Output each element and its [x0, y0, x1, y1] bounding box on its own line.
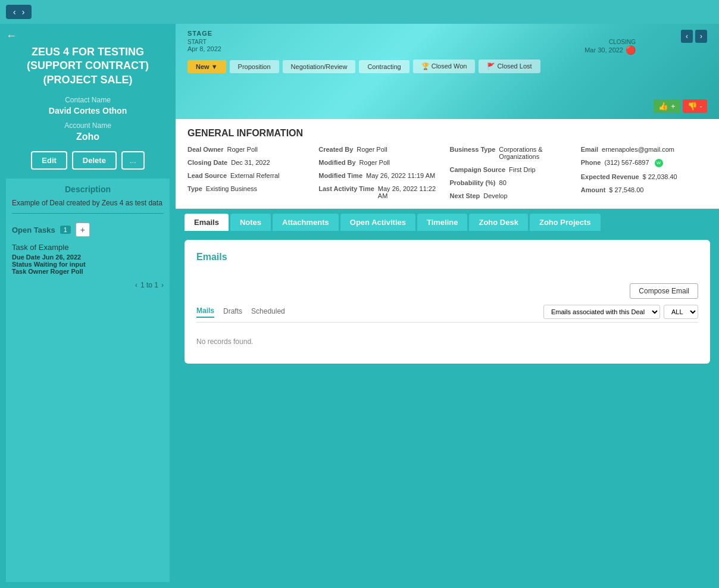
email-subtabs: Mails Drafts Scheduled Emails associated…	[196, 305, 698, 323]
stage-negotiation[interactable]: Negotiation/Review	[283, 60, 356, 73]
next-step-label: Next Step	[450, 192, 480, 199]
tab-timeline[interactable]: Timeline	[417, 214, 468, 231]
account-name: Zoho	[6, 132, 170, 142]
type-row: Type Existing Business	[187, 185, 314, 192]
stage-new[interactable]: New ▼	[187, 60, 226, 73]
amount-label: Amount	[581, 186, 606, 193]
info-col-1: Deal Owner Roger Poll Closing Date Dec 3…	[187, 146, 314, 199]
stage-progress: New ▼ Proposition Negotiation/Review Con…	[187, 60, 707, 73]
prev-nav-arrow[interactable]: ‹	[11, 7, 18, 17]
subtab-mails[interactable]: Mails	[196, 306, 214, 318]
modified-time-label: Modified Time	[318, 172, 362, 179]
type-label: Type	[187, 185, 202, 192]
email-filter: Emails associated with this Deal ALL	[543, 305, 698, 319]
stage-start: START Apr 8, 2022	[187, 39, 221, 55]
amount-row: Amount $ 27,548.00	[581, 186, 707, 193]
thumbs-down-button[interactable]: 👎 -	[683, 99, 707, 113]
task-owner-value: Roger Poll	[51, 268, 83, 275]
task-due-label: Due Date	[12, 254, 40, 261]
action-buttons: Edit Delete ...	[6, 151, 170, 170]
tab-emails[interactable]: Emails	[185, 214, 229, 231]
campaign-source-value: First Drip	[509, 166, 536, 173]
email-card-title: Emails	[196, 252, 227, 262]
tab-zoho-projects[interactable]: Zoho Projects	[530, 214, 601, 231]
amount-value: $ 27,548.00	[609, 186, 643, 193]
closing-date-label: Closing Date	[187, 159, 227, 166]
task-owner-label: Task Owner	[12, 268, 49, 275]
info-grid: Deal Owner Roger Poll Closing Date Dec 3…	[187, 146, 707, 199]
business-type-label: Business Type	[450, 146, 496, 153]
phone-label: Phone	[581, 159, 601, 166]
task-owner: Task Owner Roger Poll	[12, 268, 164, 275]
info-col-4: Email ernenapoles@gmail.com Phone (312) …	[581, 146, 707, 199]
stage-nav-prev[interactable]: ‹	[681, 30, 693, 43]
created-by-row: Created By Roger Poll	[318, 146, 445, 153]
description-title: Description	[12, 184, 164, 194]
deal-owner-row: Deal Owner Roger Poll	[187, 146, 314, 153]
next-nav-arrow[interactable]: ›	[20, 7, 27, 17]
overdue-icon: 🔴	[626, 45, 636, 55]
type-value: Existing Business	[206, 185, 257, 192]
sidebar-lower: Description Example of Deal created by Z…	[6, 179, 170, 582]
stage-label: STAGE	[187, 30, 707, 37]
task-status: Status Waiting for input	[12, 261, 164, 268]
lead-source-value: External Referral	[230, 172, 280, 179]
stage-closing-date: Mar 30, 2022 🔴	[584, 45, 636, 55]
tab-attachments[interactable]: Attachments	[273, 214, 339, 231]
expected-revenue-value: $ 22,038.40	[643, 173, 677, 180]
content-panel: Emails Compose Email Mails Drafts Schedu…	[176, 231, 719, 588]
email-all-filter[interactable]: ALL	[664, 305, 698, 319]
email-row: Email ernenapoles@gmail.com	[581, 146, 707, 153]
tabs-list: Emails Notes Attachments Open Activities…	[176, 209, 719, 231]
lead-source-row: Lead Source External Referral	[187, 172, 314, 179]
lead-source-label: Lead Source	[187, 172, 227, 179]
created-by-label: Created By	[318, 146, 353, 153]
nav-arrows[interactable]: ‹ ›	[6, 5, 32, 19]
modified-time-value: May 26, 2022 11:19 AM	[366, 172, 435, 179]
pg-prev[interactable]: ‹	[135, 281, 137, 289]
tab-notes[interactable]: Notes	[230, 214, 271, 231]
email-association-filter[interactable]: Emails associated with this Deal	[543, 305, 660, 319]
no-records-text: No records found.	[196, 331, 698, 352]
phone-row: Phone (312) 567-6897 W	[581, 159, 707, 167]
tab-open-activities[interactable]: Open Activities	[340, 214, 415, 231]
business-type-row: Business Type Corporations & Organizatio…	[450, 146, 576, 160]
general-info: GENERAL INFORMATION Deal Owner Roger Pol…	[176, 119, 719, 209]
stage-closing-label: CLOSING	[584, 39, 636, 45]
tabs-container: Emails Notes Attachments Open Activities…	[176, 209, 719, 231]
pg-text: 1 to 1	[140, 281, 158, 289]
pg-next[interactable]: ›	[161, 281, 164, 289]
stage-nav-next[interactable]: ›	[695, 30, 707, 43]
subtab-drafts[interactable]: Drafts	[223, 307, 242, 317]
last-activity-row: Last Activity Time May 26, 2022 11:22 AM	[318, 185, 445, 199]
thumbs-up-button[interactable]: 👍 +	[654, 99, 680, 113]
edit-button[interactable]: Edit	[31, 151, 67, 170]
tasks-title: Open Tasks	[12, 226, 55, 234]
stage-contracting[interactable]: Contracting	[359, 60, 409, 73]
more-button[interactable]: ...	[121, 151, 145, 170]
contact-label: Contact Name	[6, 96, 170, 104]
business-type-value: Corporations & Organizations	[499, 146, 576, 160]
stage-proposition[interactable]: Proposition	[230, 60, 279, 73]
tab-zoho-desk[interactable]: Zoho Desk	[469, 214, 527, 231]
deal-owner-label: Deal Owner	[187, 146, 224, 153]
task-due-value: Jun 26, 2022	[42, 254, 81, 261]
contact-name: David Cortes Othon	[6, 106, 170, 115]
deal-owner-value: Roger Poll	[227, 146, 258, 153]
modified-by-label: Modified By	[318, 159, 355, 166]
stage-closed-won[interactable]: 🏆 Closed Won	[413, 60, 476, 73]
stage-dates-row: START Apr 8, 2022 CLOSING Mar 30, 2022 🔴	[187, 39, 707, 55]
stage-closed-lost[interactable]: 🚩 Closed Lost	[479, 60, 540, 73]
task-name: Task of Example	[12, 243, 164, 252]
add-task-button[interactable]: +	[76, 223, 90, 237]
task-pagination: ‹ 1 to 1 ›	[12, 281, 164, 289]
compose-email-button[interactable]: Compose Email	[630, 283, 698, 299]
email-card: Emails Compose Email Mails Drafts Schedu…	[185, 240, 710, 364]
right-content: ‹ › STAGE START Apr 8, 2022 CLOSING Mar …	[176, 24, 719, 588]
delete-button[interactable]: Delete	[72, 151, 117, 170]
back-arrow[interactable]: ←	[6, 30, 170, 42]
modified-time-row: Modified Time May 26, 2022 11:19 AM	[318, 172, 445, 179]
stage-start-date: Apr 8, 2022	[187, 45, 221, 52]
tasks-section: Open Tasks 1 + Task of Example Due Date …	[12, 223, 164, 289]
subtab-scheduled[interactable]: Scheduled	[251, 307, 285, 317]
